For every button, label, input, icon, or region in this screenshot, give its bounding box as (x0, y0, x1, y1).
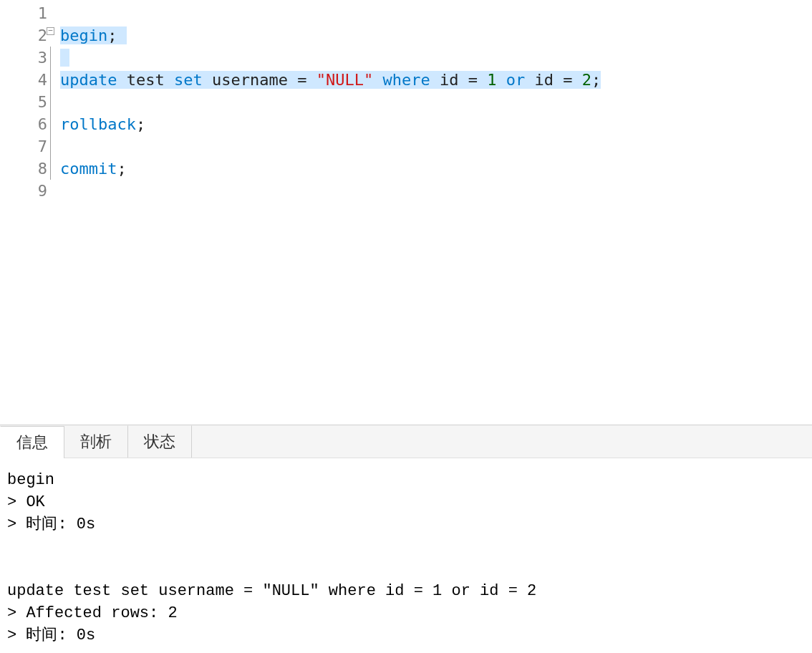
ident-token: username (212, 71, 288, 89)
ident-token (458, 71, 468, 89)
line-number: 6 (0, 113, 47, 135)
code-line[interactable]: begin; (60, 24, 812, 47)
ident-token: test (127, 71, 165, 89)
code-line[interactable] (60, 47, 812, 69)
code-area[interactable]: begin; update test set username = "NULL"… (52, 0, 812, 425)
keyword-token: rollback (60, 115, 136, 133)
line-number: 1 (0, 2, 47, 24)
keyword-token: where (382, 71, 430, 89)
line-number: 9 (0, 180, 47, 202)
ident-token (525, 71, 534, 89)
line-number: 8 (0, 158, 47, 180)
keyword-token: commit (60, 160, 117, 178)
punct-token (117, 26, 126, 44)
editor-container: 123456789 begin; update test set usernam… (0, 0, 812, 425)
keyword-token: update (60, 71, 117, 89)
ident-token (203, 71, 212, 89)
ident-token (478, 71, 487, 89)
fold-guide (50, 47, 51, 69)
keyword-token: set (174, 71, 203, 89)
code-line[interactable]: update test set username = "NULL" where … (60, 69, 812, 91)
ident-token (373, 71, 382, 89)
punct-token (60, 49, 69, 67)
code-line[interactable]: commit; (60, 158, 812, 180)
ident-token (117, 71, 126, 89)
punct-token: = (468, 71, 478, 89)
punct-token: = (563, 71, 572, 89)
bottom-tabs: 信息剖析状态 (0, 425, 812, 458)
punct-token: ; (136, 115, 145, 133)
code-line[interactable] (60, 135, 812, 158)
ident-token: id (534, 71, 554, 89)
line-number: 7 (0, 135, 47, 158)
ident-token (554, 71, 563, 89)
ident-token (306, 71, 316, 89)
number-token: 1 (487, 71, 496, 89)
ident-token: id (440, 71, 459, 89)
punct-token: ; (591, 71, 601, 89)
punct-token: = (297, 71, 306, 89)
keyword-token: begin (60, 26, 107, 44)
ident-token (165, 71, 174, 89)
code-line[interactable]: rollback; (60, 113, 812, 135)
fold-guide (50, 158, 51, 180)
ident-token (288, 71, 297, 89)
keyword-token: or (506, 71, 526, 89)
number-token: 2 (582, 71, 591, 89)
fold-guide (50, 113, 51, 135)
tab-profile[interactable]: 剖析 (64, 425, 128, 458)
fold-guide (50, 69, 51, 91)
output-area[interactable]: begin > OK > 时间: 0s update test set user… (0, 458, 812, 653)
ident-token (430, 71, 440, 89)
punct-token: ; (117, 160, 126, 178)
punct-token: ; (107, 26, 117, 44)
string-token: "NULL" (316, 71, 373, 89)
fold-guide (50, 91, 51, 113)
line-number-gutter: 123456789 (0, 0, 52, 425)
line-number: 5 (0, 91, 47, 113)
code-line[interactable] (60, 2, 812, 24)
code-line[interactable] (60, 180, 812, 202)
code-line[interactable] (60, 91, 812, 113)
fold-guide (50, 135, 51, 158)
line-number: 4 (0, 69, 47, 91)
ident-token (496, 71, 506, 89)
tab-status[interactable]: 状态 (128, 425, 192, 458)
tab-info[interactable]: 信息 (0, 426, 64, 458)
line-number: 3 (0, 47, 47, 69)
ident-token (572, 71, 581, 89)
line-number: 2 (0, 24, 47, 47)
